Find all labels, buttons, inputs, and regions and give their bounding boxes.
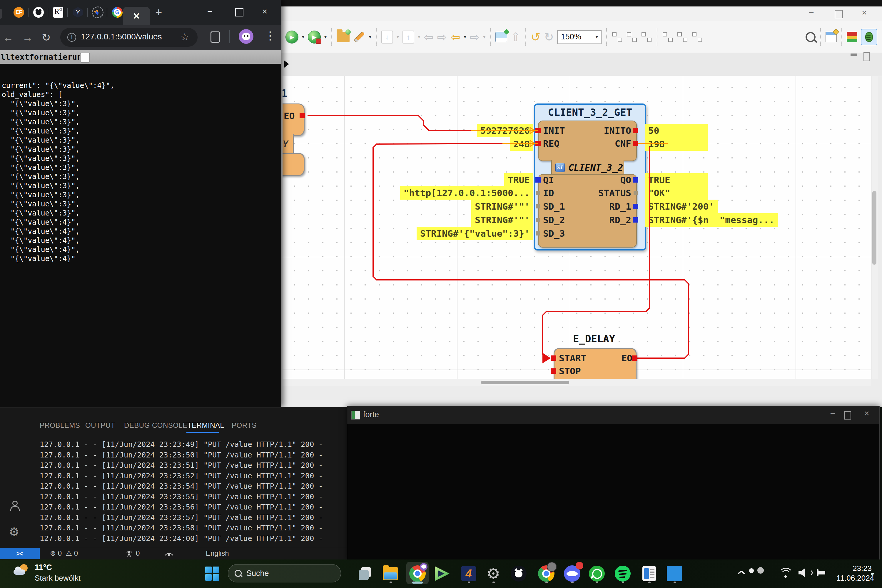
extension-icon[interactable] — [210, 32, 220, 43]
editor-maximize-icon[interactable] — [864, 52, 870, 61]
debug-icon[interactable]: ▶ — [308, 31, 321, 44]
editor-minimize-icon[interactable] — [850, 54, 857, 56]
browser-menu-icon[interactable]: ⋮ — [265, 29, 276, 42]
chrome-profile2-icon[interactable] — [536, 564, 556, 584]
back-dropdown-icon[interactable]: ▾ — [464, 34, 466, 40]
browser-close-button[interactable]: × — [262, 7, 267, 16]
zoom-level-select[interactable]: 150%▾ — [557, 30, 602, 44]
browser-maximize-button[interactable] — [235, 8, 243, 16]
vscode-taskbar-icon[interactable] — [664, 564, 684, 584]
up-hierarchy-icon[interactable]: ⇧ — [511, 31, 520, 43]
pen-dropdown-icon[interactable]: ▾ — [369, 34, 371, 40]
forward-navigation-icon[interactable]: ⇨ — [470, 31, 480, 43]
tab-favicon-google[interactable]: G — [111, 6, 123, 18]
wifi-icon[interactable] — [778, 568, 793, 579]
weather-icon[interactable] — [14, 564, 30, 580]
tab-terminal[interactable]: TERMINAL — [187, 421, 224, 429]
deploy-folder-icon[interactable] — [337, 32, 350, 42]
battery-icon[interactable] — [817, 569, 819, 576]
distribute-horizontal-icon[interactable] — [662, 32, 673, 43]
settings-gear-icon[interactable]: ⚙ — [9, 525, 20, 538]
tab-output[interactable]: OUTPUT — [85, 421, 115, 429]
forte-minimize-button[interactable]: − — [830, 409, 835, 418]
language-indicator[interactable]: English — [206, 549, 229, 557]
align-left-icon[interactable] — [612, 32, 623, 43]
fbd-canvas[interactable]: 1 EO AY CLIENT_3_2_GET SI CLIENT_3_2 INI… — [282, 76, 871, 379]
export-icon[interactable]: ↑ — [402, 31, 414, 44]
forte-runtime-icon[interactable] — [432, 564, 452, 584]
forte-console-body[interactable] — [347, 424, 879, 560]
run-icon[interactable]: ▶ — [285, 31, 298, 44]
tab-favicon-github[interactable] — [33, 6, 44, 18]
start-button[interactable] — [202, 564, 222, 584]
ports-count[interactable]: 0 — [136, 549, 140, 557]
taskbar-search[interactable]: Suche — [228, 564, 341, 582]
terminal-output[interactable]: 127.0.0.1 - - [11/Jun/2024 23:23:49] "PU… — [40, 439, 323, 544]
whatsapp-icon[interactable] — [587, 564, 607, 584]
tab-favicon-ef[interactable]: EF — [13, 6, 25, 18]
canvas-vertical-scrollbar[interactable] — [871, 76, 878, 379]
refresh-back-icon[interactable]: ↺ — [531, 31, 541, 43]
volume-icon[interactable] — [798, 568, 813, 577]
align-center-icon[interactable] — [626, 32, 638, 43]
url-text[interactable]: 127.0.0.1:5000/values — [81, 32, 162, 42]
tray-ch evron-icon[interactable] — [737, 569, 745, 576]
forte-titlebar[interactable]: forte − × — [347, 406, 879, 424]
task-view-icon[interactable] — [355, 564, 375, 584]
taskbar-settings-icon[interactable]: ⚙ — [483, 564, 503, 584]
discord-icon[interactable] — [562, 564, 582, 584]
debug-perspective-icon[interactable] — [861, 29, 877, 45]
bookmark-star-icon[interactable]: ☆ — [180, 31, 189, 43]
match-size-icon[interactable] — [692, 32, 703, 43]
import-icon[interactable]: ↓ — [381, 31, 393, 44]
accounts-icon[interactable] — [9, 500, 20, 511]
fordiac-taskbar-icon[interactable]: 4 — [459, 564, 478, 584]
open-perspective-icon[interactable] — [825, 32, 837, 42]
ide-titlebar[interactable]: − × — [281, 6, 882, 21]
back-icon[interactable]: ← — [3, 32, 14, 44]
tab-favicon-researchgate[interactable]: RG — [52, 6, 64, 18]
system-perspective-icon[interactable] — [847, 32, 857, 42]
distribute-vertical-icon[interactable] — [677, 32, 688, 43]
undo-icon[interactable]: ⇦ — [424, 31, 434, 43]
tab-ports[interactable]: PORTS — [232, 421, 256, 429]
address-bar[interactable]: i 127.0.0.1:5000/values ☆ — [60, 28, 198, 47]
search-icon[interactable] — [806, 32, 816, 42]
refresh-forward-icon[interactable]: ↻ — [544, 31, 554, 43]
edelay-start-pin[interactable] — [551, 356, 556, 361]
redo-icon[interactable]: ⇨ — [437, 31, 447, 43]
ide-close-button[interactable]: × — [862, 8, 867, 17]
spotify-icon[interactable] — [613, 564, 633, 584]
edit-pen-icon[interactable] — [354, 31, 365, 42]
remote-indicator[interactable]: >< — [0, 548, 40, 559]
forward-dropdown-icon[interactable]: ▾ — [483, 34, 485, 40]
run-dropdown-icon[interactable]: ▾ — [302, 34, 304, 40]
ide-maximize-button[interactable] — [835, 10, 843, 18]
forward-icon[interactable]: → — [22, 32, 33, 44]
errors-indicator[interactable]: ⊗ 0 ⚠ 0 — [50, 549, 78, 557]
raw-format-checkbox[interactable] — [80, 52, 90, 63]
vertical-scrollbar-thumb[interactable] — [872, 191, 876, 265]
edelay-eo-pin[interactable] — [632, 356, 638, 361]
export-dropdown-icon[interactable]: ▾ — [418, 34, 420, 40]
reload-icon[interactable]: ↻ — [42, 32, 51, 44]
align-right-icon[interactable] — [641, 32, 652, 43]
weather-condition[interactable]: Stark bewölkt — [35, 574, 81, 583]
weather-temp[interactable]: 11°C — [35, 563, 52, 572]
tab-problems[interactable]: PROBLEMS — [40, 421, 80, 429]
back-navigation-icon[interactable]: ⇦ — [450, 31, 460, 43]
edelay-stop-pin[interactable] — [551, 368, 556, 374]
editor-tab-arrow-icon[interactable] — [284, 61, 289, 68]
active-tab[interactable]: ✕ — [123, 7, 150, 25]
screencast-eye-icon[interactable] — [165, 550, 174, 557]
canvas-horizontal-scrollbar[interactable] — [282, 379, 871, 386]
import-dropdown-icon[interactable]: ▾ — [397, 34, 399, 40]
github-desktop-icon[interactable] — [508, 564, 529, 584]
horizontal-scrollbar-thumb[interactable] — [481, 381, 569, 384]
forte-maximize-button[interactable] — [844, 411, 851, 420]
profile-avatar[interactable] — [239, 29, 254, 44]
forte-close-button[interactable]: × — [864, 409, 869, 418]
site-info-icon[interactable]: i — [68, 33, 76, 42]
ide-minimize-button[interactable]: − — [809, 8, 814, 17]
chrome-icon[interactable] — [408, 564, 428, 584]
